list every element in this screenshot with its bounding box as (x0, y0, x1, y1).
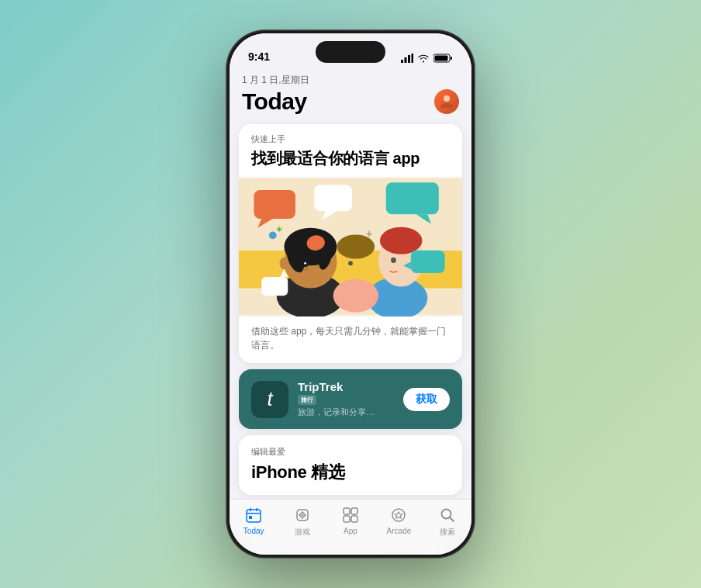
tab-arcade-label: Arcade (387, 527, 412, 535)
editor-label: 编辑最爱 (251, 446, 450, 458)
svg-rect-50 (344, 516, 350, 522)
svg-rect-45 (256, 508, 257, 511)
avatar-icon (437, 92, 456, 111)
svg-point-47 (301, 514, 303, 517)
app-subtitle: 旅游，记录和分享… (298, 406, 394, 418)
app-icon-letter: t (267, 387, 272, 411)
dynamic-island (316, 41, 385, 63)
svg-point-7 (444, 95, 450, 102)
tab-games-label: 游戏 (295, 527, 310, 538)
tab-search-icon (438, 506, 457, 524)
app-badge: 旅行 (298, 395, 316, 405)
tab-today-icon (244, 506, 263, 524)
tab-arcade[interactable]: Arcade (379, 506, 418, 535)
svg-rect-2 (408, 55, 410, 63)
app-icon: t (251, 381, 288, 418)
app-name: TripTrek (298, 380, 394, 393)
app-info: TripTrek 旅行 旅游，记录和分享… (298, 380, 394, 418)
tab-today[interactable]: Today (234, 506, 273, 535)
status-bar: 9:41 (230, 33, 471, 67)
svg-rect-49 (351, 508, 357, 514)
editor-card[interactable]: 编辑最爱 iPhone 精选 (239, 435, 462, 495)
svg-point-52 (392, 509, 405, 521)
svg-rect-33 (411, 251, 445, 273)
svg-point-24 (305, 268, 309, 271)
svg-rect-46 (249, 516, 252, 519)
svg-rect-26 (261, 277, 288, 296)
svg-rect-3 (412, 54, 414, 63)
avatar[interactable] (434, 89, 459, 114)
featured-card[interactable]: 快速上手 找到最适合你的语言 app (239, 124, 462, 363)
phone-content[interactable]: 1 月 1 日,星期日 Today 快速上手 找到最适合你的语言 app (230, 67, 471, 499)
svg-point-35 (333, 279, 378, 313)
tab-arcade-icon (389, 506, 408, 524)
app-header: 1 月 1 日,星期日 Today (230, 67, 471, 118)
svg-rect-10 (254, 190, 295, 219)
phone-device: 9:41 (226, 30, 475, 558)
battery-icon (433, 54, 453, 63)
card-title: 找到最适合你的语言 app (239, 148, 462, 177)
svg-rect-43 (247, 513, 261, 514)
svg-rect-44 (250, 508, 251, 511)
card-description: 借助这些 app，每天只需几分钟，就能掌握一门语言。 (239, 316, 462, 363)
svg-rect-51 (351, 516, 357, 522)
svg-rect-42 (247, 510, 261, 522)
svg-rect-6 (435, 56, 448, 61)
tab-today-label: Today (243, 527, 264, 535)
status-time: 9:41 (248, 50, 270, 63)
svg-line-54 (450, 517, 454, 521)
svg-rect-5 (451, 57, 452, 60)
svg-rect-0 (401, 60, 403, 63)
get-button[interactable]: 获取 (403, 388, 450, 411)
header-row: Today (242, 88, 459, 115)
tab-search[interactable]: 搜索 (428, 506, 467, 538)
tab-games-icon (293, 506, 312, 524)
status-icons (401, 54, 453, 63)
svg-rect-14 (386, 182, 439, 214)
editor-title: iPhone 精选 (251, 461, 450, 484)
svg-text:✦: ✦ (275, 224, 283, 234)
svg-text:+: + (365, 227, 372, 240)
svg-point-23 (304, 262, 306, 265)
svg-point-25 (280, 258, 289, 270)
card-label: 快速上手 (239, 124, 462, 148)
svg-point-38 (348, 261, 353, 265)
tab-apps-icon (341, 506, 360, 524)
app-promo-card[interactable]: t TripTrek 旅行 旅游，记录和分享… 获取 (239, 369, 462, 429)
tab-games[interactable]: 游戏 (283, 506, 322, 538)
tab-search-label: 搜索 (440, 527, 455, 538)
signal-icon (401, 54, 413, 63)
svg-rect-12 (314, 185, 352, 211)
illustration-svg: + ✦ (239, 177, 462, 316)
page-title: Today (242, 88, 307, 115)
svg-rect-48 (344, 508, 350, 514)
tab-apps[interactable]: App (331, 506, 370, 535)
svg-point-31 (391, 258, 396, 263)
header-date: 1 月 1 日,星期日 (242, 74, 459, 87)
wifi-icon (417, 54, 430, 63)
tab-bar: Today 游戏 (230, 499, 471, 555)
card-illustration: + ✦ (239, 177, 462, 316)
tab-apps-label: App (344, 527, 357, 535)
app-badge-row: 旅行 (298, 395, 394, 405)
svg-rect-1 (405, 57, 407, 63)
phone-screen: 9:41 (230, 33, 471, 555)
svg-point-30 (380, 227, 422, 254)
